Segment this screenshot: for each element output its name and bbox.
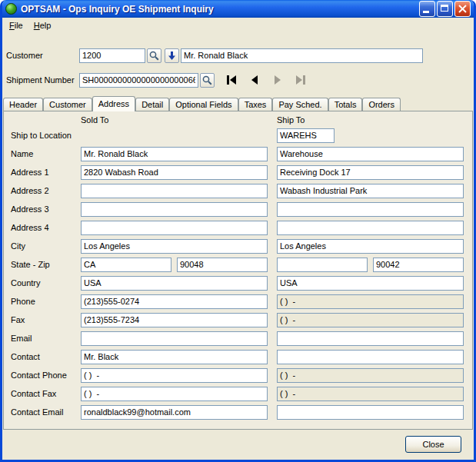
tab-orders[interactable]: Orders — [362, 98, 401, 111]
sold-to-state-input[interactable] — [81, 258, 171, 272]
row-label-email: Email — [11, 334, 81, 343]
shipment-finder-button[interactable] — [200, 73, 215, 88]
menu-file[interactable]: File — [4, 19, 28, 32]
ship-to-contact-fax-input[interactable] — [277, 387, 464, 401]
sold-to-fax-input[interactable] — [81, 313, 268, 327]
minimize-button[interactable] — [419, 1, 435, 17]
row-label-city: City — [11, 241, 81, 251]
ship-to-email-input[interactable] — [277, 331, 464, 346]
sold-to-country-input[interactable] — [81, 276, 268, 291]
previous-record-button[interactable] — [248, 74, 261, 86]
titlebar[interactable]: OPTSAM - Ops Inquiry OE Shipment Inquiry — [2, 0, 474, 18]
customer-drilldown-button[interactable] — [165, 48, 179, 63]
ship-to-cell — [277, 258, 464, 272]
address-row-contact-email: Contact Email — [11, 403, 472, 421]
tab-totals[interactable]: Totals — [328, 98, 363, 111]
sold-to-zip-input[interactable] — [177, 258, 268, 272]
menu-help[interactable]: Help — [28, 19, 57, 32]
ship-to-contact-input[interactable] — [277, 350, 464, 364]
ship-to-cell — [277, 368, 464, 383]
row-label-name: Name — [11, 149, 81, 158]
shipment-number-input[interactable] — [79, 73, 198, 88]
ship-to-cell — [277, 165, 464, 180]
ship-to-city-input[interactable] — [277, 239, 464, 254]
first-record-button[interactable] — [225, 74, 238, 86]
ship-to-location-input[interactable] — [277, 128, 335, 143]
customer-row: Customer — [6, 48, 470, 63]
ship-to-cell — [277, 331, 464, 346]
row-label-country: Country — [11, 278, 81, 288]
last-record-button[interactable] — [295, 74, 307, 86]
ship-to-state-input[interactable] — [277, 258, 368, 272]
customer-number-input[interactable] — [79, 48, 145, 63]
menu-bar: File Help — [2, 18, 474, 33]
customer-name-field[interactable] — [181, 48, 423, 63]
sold-to-address-2-input[interactable] — [81, 184, 268, 198]
sold-to-cell — [81, 258, 268, 272]
sold-to-cell — [81, 239, 268, 254]
sold-to-cell — [81, 221, 268, 235]
ship-to-name-input[interactable] — [277, 147, 464, 161]
ship-to-address-2-input[interactable] — [277, 184, 464, 198]
tab-customer[interactable]: Customer — [43, 98, 92, 111]
sold-to-city-input[interactable] — [81, 239, 268, 254]
sold-to-contact-phone-input[interactable] — [81, 368, 268, 383]
ship-to-country-input[interactable] — [277, 276, 464, 291]
tab-detail[interactable]: Detail — [135, 98, 169, 111]
ship-to-fax-input[interactable] — [277, 313, 464, 327]
ship-to-zip-input[interactable] — [373, 258, 464, 272]
ship-to-contact-email-input[interactable] — [277, 405, 464, 420]
ship-to-cell — [277, 294, 464, 309]
row-label-contact-fax: Contact Fax — [11, 389, 81, 398]
sold-to-name-input[interactable] — [81, 147, 268, 161]
tab-optional-fields[interactable]: Optional Fields — [169, 98, 238, 111]
ship-to-cell — [277, 184, 464, 198]
sold-to-cell — [81, 294, 268, 309]
address-row-contact-phone: Contact Phone — [11, 366, 472, 384]
sold-to-contact-fax-input[interactable] — [81, 387, 268, 401]
next-record-icon — [271, 75, 284, 85]
sold-to-contact-input[interactable] — [81, 350, 268, 364]
maximize-button[interactable] — [437, 1, 453, 17]
maximize-icon — [441, 5, 448, 12]
ship-to-address-1-input[interactable] — [277, 165, 464, 180]
ship-to-phone-input[interactable] — [277, 294, 464, 309]
ship-to-cell — [277, 128, 464, 143]
sold-to-address-4-input[interactable] — [81, 221, 268, 235]
row-label-fax: Fax — [11, 315, 81, 324]
sold-to-phone-input[interactable] — [81, 294, 268, 309]
sold-to-address-1-input[interactable] — [81, 165, 268, 180]
sold-to-cell — [81, 368, 268, 383]
app-window: OPTSAM - Ops Inquiry OE Shipment Inquiry… — [0, 0, 476, 462]
ship-to-cell — [277, 147, 464, 161]
sold-to-cell — [81, 276, 268, 291]
address-row-state-zip: State - Zip — [11, 255, 472, 274]
tab-taxes[interactable]: Taxes — [238, 98, 273, 111]
address-row-ship-to-location: Ship to Location — [11, 126, 472, 145]
address-row-phone: Phone — [11, 292, 472, 311]
ship-to-address-3-input[interactable] — [277, 202, 464, 217]
close-window-button[interactable] — [454, 1, 471, 17]
customer-finder-button[interactable] — [147, 48, 161, 63]
ship-to-contact-phone-input[interactable] — [277, 368, 464, 383]
sold-to-email-input[interactable] — [81, 331, 268, 346]
tab-pay-sched[interactable]: Pay Sched. — [272, 98, 328, 111]
row-label-state-zip: State - Zip — [11, 260, 81, 269]
address-row-fax: Fax — [11, 311, 472, 329]
ship-to-address-4-input[interactable] — [277, 221, 464, 235]
tab-header[interactable]: Header — [3, 98, 43, 111]
address-row-city: City — [11, 237, 472, 255]
sold-to-cell — [81, 405, 268, 420]
sold-to-address-3-input[interactable] — [81, 202, 268, 217]
previous-record-icon — [248, 75, 261, 85]
next-record-button[interactable] — [271, 74, 284, 86]
address-row-country: Country — [11, 274, 472, 292]
shipment-row: Shipment Number — [6, 72, 470, 88]
row-label-address-1: Address 1 — [11, 168, 81, 177]
address-row-name: Name — [11, 145, 472, 163]
sold-to-contact-email-input[interactable] — [81, 405, 268, 420]
tab-address[interactable]: Address — [92, 96, 135, 111]
address-row-address-1: Address 1 — [11, 163, 472, 181]
close-button[interactable]: Close — [405, 436, 461, 453]
row-label-contact-phone: Contact Phone — [11, 371, 81, 380]
